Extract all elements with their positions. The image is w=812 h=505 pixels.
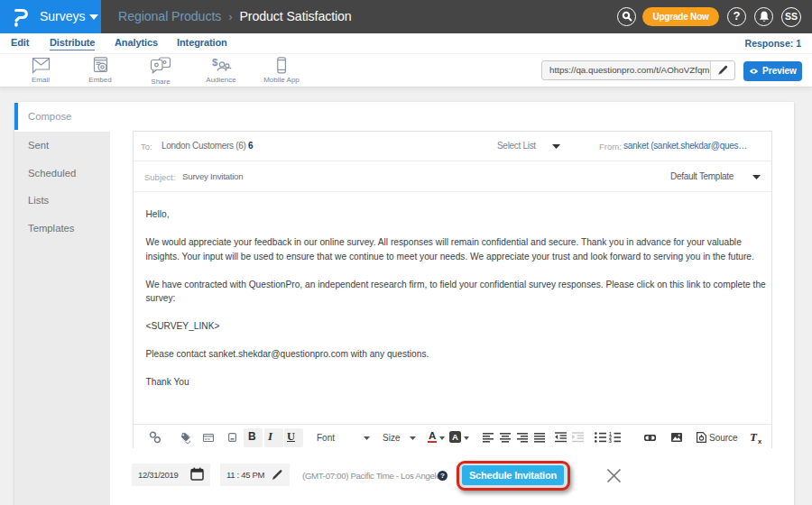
svg-text:x: x (758, 437, 762, 445)
svg-text:$: $ (212, 57, 218, 68)
svg-text:T: T (750, 431, 758, 444)
svg-text:3: 3 (609, 438, 612, 443)
